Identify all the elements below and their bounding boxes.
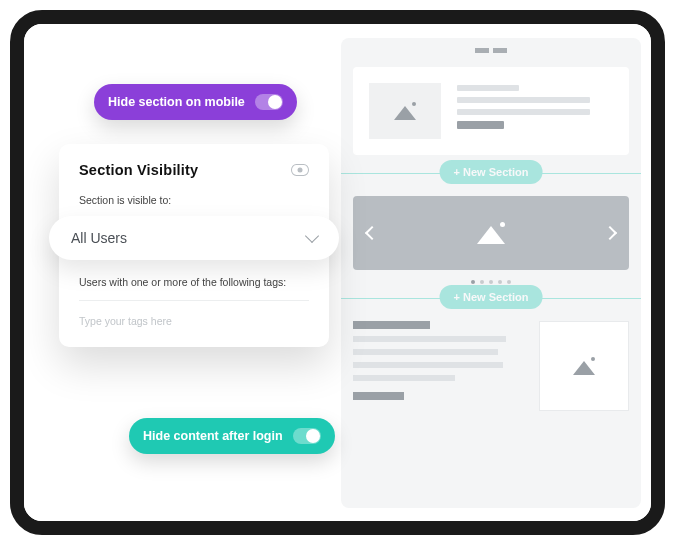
text-placeholder-lines (353, 321, 523, 411)
tablet-screen: + New Section + New Section (24, 24, 651, 521)
new-section-button[interactable]: + New Section (440, 160, 543, 184)
page-preview-panel: + New Section + New Section (341, 38, 641, 508)
image-icon (573, 357, 595, 375)
preview-topbar (353, 48, 629, 53)
hide-after-login-toggle[interactable]: Hide content after login (129, 418, 335, 454)
toggle-switch-icon (293, 428, 321, 444)
new-section-button[interactable]: + New Section (440, 285, 543, 309)
image-placeholder (539, 321, 629, 411)
chevron-left-icon[interactable] (365, 226, 379, 240)
new-section-label: + New Section (454, 291, 529, 303)
visibility-select[interactable]: All Users (49, 216, 339, 260)
hide-on-mobile-toggle[interactable]: Hide section on mobile (94, 84, 297, 120)
image-icon (394, 102, 416, 120)
preview-carousel-section[interactable] (353, 196, 629, 270)
new-section-label: + New Section (454, 166, 529, 178)
section-divider: + New Section (341, 173, 641, 174)
tags-filter-label: Users with one or more of the following … (79, 276, 309, 288)
visible-to-label: Section is visible to: (79, 194, 309, 206)
section-visibility-panel: Section Visibility Section is visible to… (59, 144, 329, 347)
tags-input[interactable]: Type your tags here (79, 300, 309, 327)
preview-two-column-section[interactable] (353, 321, 629, 411)
chevron-right-icon[interactable] (603, 226, 617, 240)
image-icon (477, 222, 505, 244)
visibility-selected-value: All Users (71, 230, 127, 246)
image-placeholder (369, 83, 441, 139)
toggle-switch-icon (255, 94, 283, 110)
toggle-label: Hide section on mobile (108, 95, 245, 109)
section-divider: + New Section (341, 298, 641, 299)
panel-title: Section Visibility (79, 162, 198, 178)
toggle-label: Hide content after login (143, 429, 283, 443)
tags-placeholder: Type your tags here (79, 315, 172, 327)
tablet-frame: + New Section + New Section (10, 10, 665, 535)
text-placeholder-lines (457, 83, 613, 129)
preview-hero-section[interactable] (353, 67, 629, 155)
chevron-down-icon (305, 229, 319, 243)
carousel-dots[interactable] (353, 280, 629, 284)
eye-icon (291, 164, 309, 176)
